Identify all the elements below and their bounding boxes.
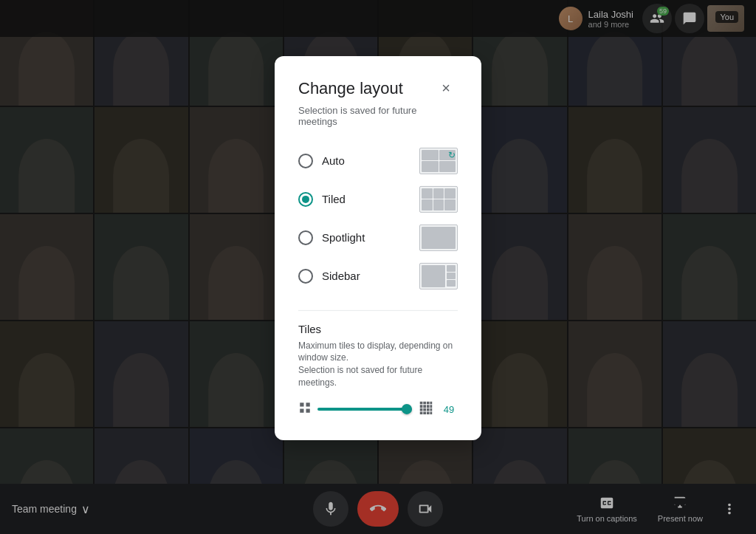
tiles-desc: Maximum tiles to display, depending on w… [298, 339, 458, 388]
change-layout-modal: Change layout × Selection is saved for f… [275, 55, 481, 439]
grid-large-icon [418, 400, 434, 420]
layout-option-tiled[interactable]: Tiled [298, 179, 458, 218]
tiled-preview [419, 185, 458, 212]
tiled-label: Tiled [322, 193, 346, 205]
radio-tiled [298, 191, 313, 206]
spotlight-preview [419, 224, 458, 250]
sidebar-preview [419, 262, 458, 289]
tiles-section: Tiles Maximum tiles to display, dependin… [298, 309, 458, 419]
layout-option-spotlight[interactable]: Spotlight [298, 218, 458, 256]
tiles-slider[interactable] [317, 402, 412, 417]
grid-small-icon [298, 401, 312, 418]
spotlight-label: Spotlight [322, 231, 365, 244]
layout-options: Auto ↻ Tiled [298, 141, 458, 295]
modal-subtitle: Selection is saved for future meetings [298, 104, 458, 126]
sidebar-label: Sidebar [322, 270, 360, 282]
tiles-title: Tiles [298, 322, 458, 335]
modal-title: Change layout [298, 78, 403, 97]
layout-option-sidebar[interactable]: Sidebar [298, 256, 458, 295]
auto-label: Auto [322, 154, 345, 167]
slider-value: 49 [440, 404, 458, 415]
radio-auto [298, 153, 313, 168]
modal-header: Change layout × [298, 76, 458, 100]
modal-close-button[interactable]: × [434, 76, 458, 100]
tiles-slider-row: 49 [298, 400, 458, 420]
layout-option-auto[interactable]: Auto ↻ [298, 141, 458, 179]
radio-sidebar [298, 268, 313, 283]
radio-spotlight [298, 230, 313, 244]
auto-preview: ↻ [419, 147, 458, 174]
